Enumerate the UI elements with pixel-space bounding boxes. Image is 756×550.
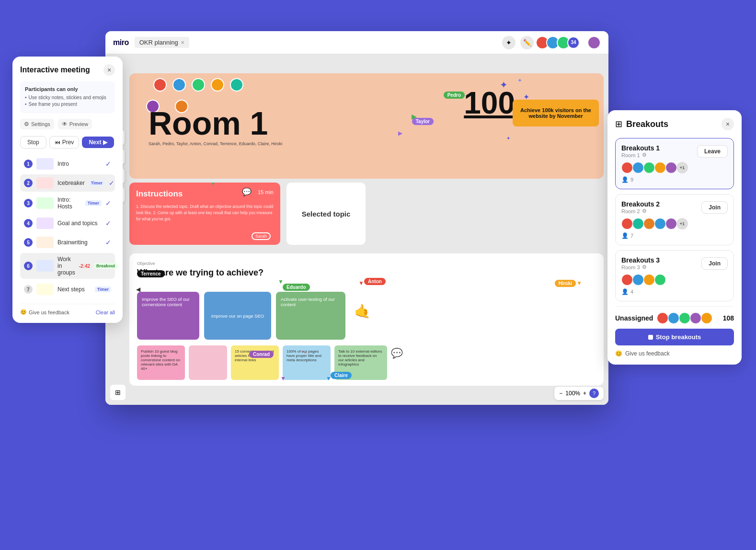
canvas-content: ↩ ↖ ⬜ 🙂 Room 1 Sarah, Pedro, Taylor, A [105,54,608,405]
unassigned-label: Unassigned [615,314,653,322]
topbar: miro OKR planning × ✦ ✏️ 34 [105,31,608,54]
current-user-avatar[interactable] [587,36,601,49]
hiroki-label: Hiroki [555,280,576,287]
stop-btn[interactable]: Stop [20,136,46,149]
step-3-tag: Timer [85,200,102,206]
step-5[interactable]: 5 Brainwriting ✓ [20,234,115,251]
breakouts-feedback[interactable]: 😊 Give us feedback [615,350,734,357]
step-2[interactable]: 2 Icebreaker Timer ✓ [20,174,115,192]
eduardo-label: Eduardo [283,284,310,291]
cursor-arrow-purple: ▶ [398,130,402,137]
breakouts-title-row: ⊞ Breakouts [615,119,668,129]
badge-100: 100 [464,88,515,118]
sticky-purple: Improve the SEO of our cornerstone conte… [137,292,199,340]
step-6-tag: Breakout [94,263,117,269]
preview-icon: 👁 [62,121,68,127]
breakout-2-join-btn[interactable]: Join [701,201,728,214]
b2-avatar-4 [654,218,666,229]
b2-avatar-more: +1 [676,218,688,229]
step-5-check: ✓ [105,239,111,246]
sticky-pink2 [189,345,227,380]
sticky-row-2: Publish 10 guest blog posts linking to c… [137,345,596,380]
stop-icon [648,335,653,340]
breakout-1-sub: Room 1 ⚙ [621,152,697,158]
anton-label: Anton [364,278,386,285]
panel-title: Interactive meeting [20,66,90,74]
zoom-controls: − 100% + ? [554,387,604,400]
step-5-number: 5 [24,238,33,247]
next-btn[interactable]: Next ▶ [82,137,114,148]
nav-controls: Stop ⏮ Prev Next ▶ [20,136,115,149]
okr-section: Objective What are we trying to achieve?… [129,253,604,386]
breakouts-grid-icon: ⊞ [615,119,622,129]
pedro-label-area: Pedro [444,90,465,99]
b1-avatar-5 [665,162,677,173]
breakouts-close-btn[interactable]: × [722,118,734,130]
step-6-thumb [36,260,54,272]
feedback-emoji-icon: 😊 [615,350,622,357]
breakout-room-3-info: Breakouts 3 Room 3 ⚙ [621,256,701,270]
terrence-label-area: Terrence [137,269,165,277]
sticky-blue: Improve our on page SEO [204,292,271,340]
next-icon: ▶ [103,139,107,146]
breakout-room-3-header: Breakouts 3 Room 3 ⚙ Join [621,256,728,270]
breakout-1-leave-btn[interactable]: Leave [697,145,728,158]
floating-avatar-5 [230,78,243,92]
unassigned-row: Unassigned 108 [615,312,734,324]
board-tab-close-icon[interactable]: × [181,39,184,46]
claire-label-area: Claire [331,370,352,379]
breakout-2-sub: Room 2 ⚙ [621,208,701,214]
step-5-thumb [36,237,54,248]
step-7-number: 7 [24,285,33,294]
b3-avatar-4 [654,274,666,286]
avatar-group: 34 [538,36,580,49]
breakout-room-1-header: Breakouts 1 Room 1 ⚙ Leave [621,144,728,158]
ua-avatar-3 [679,312,690,324]
pedro-label: Pedro [444,92,465,99]
instructions-text: 1. Discuss the selected topic. Draft wha… [136,204,274,222]
participants-note-title: Participants can only [25,86,110,92]
room1-subtitle: Sarah, Pedro, Taylor, Anton, Conrad, Ter… [149,141,282,146]
settings-btn[interactable]: ⚙ Settings [20,119,54,129]
settings-icon-b1: ⚙ [642,152,647,158]
step-2-number: 2 [24,179,33,187]
zoom-plus[interactable]: + [583,390,586,397]
sarah-cursor: Sarah [252,232,271,240]
zoom-minus[interactable]: − [559,390,562,397]
board-tab[interactable]: OKR planning × [135,37,189,48]
b1-avatar-3 [643,162,655,173]
clear-btn[interactable]: Clear all [96,309,115,315]
step-1-number: 1 [24,160,33,168]
step-1-thumb [36,158,54,170]
step-7[interactable]: 7 Next steps Timer [20,281,115,298]
step-4-thumb [36,218,54,229]
eduardo-label-area: Eduardo [283,282,310,291]
step-6[interactable]: 6 Work in groups -2:42 Breakout [20,253,115,279]
step-6-number: 6 [24,262,33,270]
zoom-level: 100% [565,390,580,397]
breakout-3-join-btn[interactable]: Join [701,257,728,270]
panel-toggle-btn[interactable]: ⊞ [110,385,126,400]
prev-btn[interactable]: ⏮ Prev [49,136,80,149]
breakout-2-avatars: +1 [621,218,728,229]
anton-label-area: Anton [364,276,386,285]
person-icon-2: 👤 [621,232,629,239]
step-3[interactable]: 3 Intro: Hosts Timer ✓ [20,194,115,213]
avatar-count: 34 [567,36,580,49]
panel-close-btn[interactable]: × [103,64,115,76]
step-2-tag: Timer [89,180,105,186]
canvas-window: miro OKR planning × ✦ ✏️ 34 ↩ ↖ ⬜ 🙂 [105,31,608,405]
stop-breakouts-btn[interactable]: Stop breakouts [615,329,734,345]
feedback-link[interactable]: 😊 Give us feedback [20,309,69,315]
badge-100-text: 100 [464,88,515,118]
preview-btn[interactable]: 👁 Preview [58,119,92,129]
floating-avatar-2 [172,78,186,92]
breakout-room-1: Breakouts 1 Room 1 ⚙ Leave +1 👤 9 [615,138,734,189]
step-1[interactable]: 1 Intro ✓ [20,155,115,172]
zoom-help[interactable]: ? [589,389,599,398]
sparkle-icon[interactable]: ✏️ [520,36,534,49]
step-4[interactable]: 4 Goal and topics ✓ [20,215,115,232]
breakout-room-2: Breakouts 2 Room 2 ⚙ Join +1 👤 7 [615,194,734,245]
cursor-icon[interactable]: ✦ [502,36,515,49]
cursor-green-okr: ▼ [278,278,284,285]
